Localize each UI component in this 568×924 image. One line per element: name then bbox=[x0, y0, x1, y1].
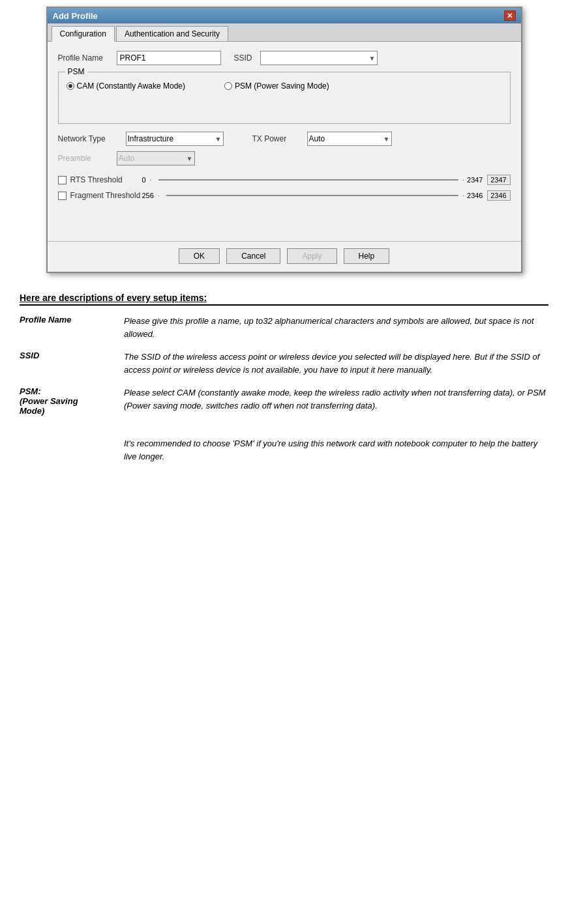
doc-def-psm: Please select CAM (constantly awake mode… bbox=[124, 386, 548, 473]
tab-configuration[interactable]: Configuration bbox=[52, 26, 115, 42]
psm-option[interactable]: PSM (Power Saving Mode) bbox=[224, 81, 329, 91]
preamble-select: Auto ▼ bbox=[117, 151, 195, 166]
network-type-arrow-icon: ▼ bbox=[215, 136, 222, 143]
doc-term-ssid: SSID bbox=[20, 351, 124, 386]
rts-value-box[interactable]: 2347 bbox=[487, 175, 511, 185]
fragment-value-box[interactable]: 2346 bbox=[487, 190, 511, 201]
rts-min-tick: · bbox=[150, 176, 152, 184]
doc-def-ssid: The SSID of the wireless access point or… bbox=[124, 351, 548, 386]
dialog-tabs: Configuration Authentication and Securit… bbox=[48, 23, 521, 42]
doc-term-psm: PSM: (Power Saving Mode) bbox=[20, 386, 124, 473]
fragment-max-value: 2346 bbox=[467, 192, 483, 199]
dialog-wrapper: Add Profile ✕ Configuration Authenticati… bbox=[13, 7, 555, 273]
fragment-checkbox[interactable] bbox=[58, 192, 67, 200]
doc-section: Here are descriptions of every setup ite… bbox=[13, 293, 555, 473]
add-profile-dialog: Add Profile ✕ Configuration Authenticati… bbox=[46, 7, 522, 273]
doc-table: Profile Name Please give this profile a … bbox=[20, 315, 548, 473]
close-button[interactable]: ✕ bbox=[504, 10, 516, 21]
table-row: SSID The SSID of the wireless access poi… bbox=[20, 351, 548, 386]
fragment-slider-track[interactable] bbox=[166, 195, 458, 196]
fragment-min-tick: · bbox=[158, 192, 160, 199]
cancel-button[interactable]: Cancel bbox=[226, 248, 280, 264]
table-row: PSM: (Power Saving Mode) Please select C… bbox=[20, 386, 548, 473]
tx-power-select[interactable]: Auto ▼ bbox=[307, 132, 392, 146]
cam-radio[interactable] bbox=[67, 82, 74, 90]
fragment-max-tick: · bbox=[462, 192, 464, 199]
rts-threshold-row: RTS Threshold 0 · · 2347 2347 bbox=[58, 175, 511, 185]
psm-group-label: PSM bbox=[65, 67, 87, 76]
cam-label: CAM (Constantly Awake Mode) bbox=[77, 81, 186, 91]
profile-name-label: Profile Name bbox=[58, 53, 117, 63]
apply-button[interactable]: Apply bbox=[287, 248, 336, 264]
ok-button[interactable]: OK bbox=[179, 248, 220, 264]
tx-power-value: Auto bbox=[309, 134, 325, 143]
tx-power-arrow-icon: ▼ bbox=[383, 136, 390, 143]
help-button[interactable]: Help bbox=[344, 248, 390, 264]
profile-name-row: Profile Name SSID ▼ bbox=[58, 51, 511, 65]
doc-term-profile-name: Profile Name bbox=[20, 315, 124, 351]
fragment-min-value: 256 bbox=[142, 192, 154, 199]
doc-def-profile-name: Please give this profile a name, up to32… bbox=[124, 315, 548, 351]
dialog-footer: OK Cancel Apply Help bbox=[48, 241, 521, 272]
cam-option[interactable]: CAM (Constantly Awake Mode) bbox=[67, 81, 186, 91]
tx-power-label: TX Power bbox=[252, 134, 298, 143]
rts-max-value: 2347 bbox=[467, 176, 483, 184]
fragment-label: Fragment Threshold bbox=[70, 191, 142, 200]
psm-group-box: PSM CAM (Constantly Awake Mode) PSM (Pow… bbox=[58, 72, 511, 124]
psm-radio[interactable] bbox=[224, 82, 232, 90]
tab-auth-security[interactable]: Authentication and Security bbox=[116, 26, 228, 41]
rts-min-value: 0 bbox=[142, 176, 146, 184]
preamble-label: Preamble bbox=[58, 154, 117, 163]
preamble-value: Auto bbox=[119, 154, 135, 163]
preamble-arrow-icon: ▼ bbox=[187, 155, 193, 162]
dialog-titlebar: Add Profile ✕ bbox=[48, 8, 521, 23]
network-type-value: Infrastructure bbox=[128, 134, 174, 143]
network-type-label: Network Type bbox=[58, 134, 117, 143]
psm-label: PSM (Power Saving Mode) bbox=[235, 81, 329, 91]
network-type-select[interactable]: Infrastructure ▼ bbox=[126, 132, 224, 146]
rts-slider-track[interactable] bbox=[158, 179, 458, 180]
ssid-arrow-icon: ▼ bbox=[369, 55, 376, 62]
rts-checkbox[interactable] bbox=[58, 176, 67, 184]
psm-options-row: CAM (Constantly Awake Mode) PSM (Power S… bbox=[67, 81, 502, 91]
dialog-body: Profile Name SSID ▼ PSM CAM (Constantly … bbox=[48, 42, 521, 241]
rts-label: RTS Threshold bbox=[70, 175, 142, 184]
table-row: Profile Name Please give this profile a … bbox=[20, 315, 548, 351]
ssid-select[interactable]: ▼ bbox=[260, 51, 378, 65]
rts-max-tick: · bbox=[462, 176, 464, 184]
network-type-row: Network Type Infrastructure ▼ TX Power A… bbox=[58, 132, 511, 146]
preamble-row: Preamble Auto ▼ bbox=[58, 151, 511, 166]
dialog-title: Add Profile bbox=[53, 11, 98, 21]
ssid-label: SSID bbox=[234, 53, 260, 63]
doc-heading: Here are descriptions of every setup ite… bbox=[20, 293, 548, 306]
fragment-threshold-row: Fragment Threshold 256 · · 2346 2346 bbox=[58, 190, 511, 201]
profile-name-input[interactable] bbox=[117, 51, 221, 65]
